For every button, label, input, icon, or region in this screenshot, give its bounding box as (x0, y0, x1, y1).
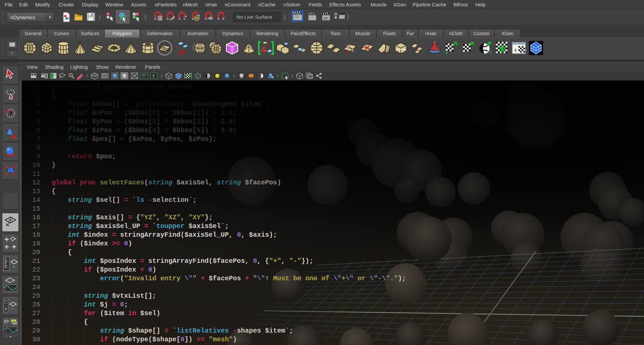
svg-text:T: T (152, 73, 155, 78)
svg-text:VR: VR (323, 17, 328, 20)
